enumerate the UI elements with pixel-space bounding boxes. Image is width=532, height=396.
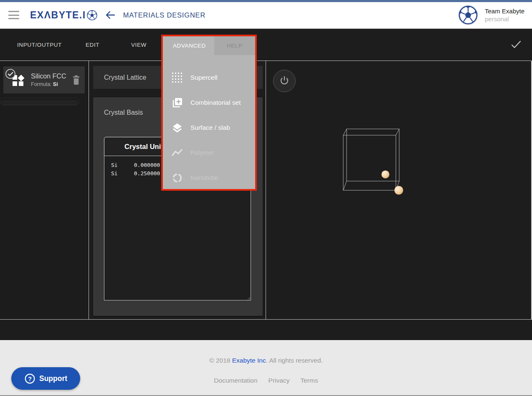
unit-cell-wireframe (266, 61, 531, 319)
page-title: MATERIALS DESIGNER (123, 11, 205, 19)
dropdown-items: Supercell Combinatorial set Surface / (163, 55, 255, 190)
company-link[interactable]: Exabyte Inc (232, 357, 266, 364)
menu-item-polymer[interactable]: Polymer (163, 140, 255, 165)
atom-si-2 (395, 186, 403, 195)
crystal-basis-title: Crystal Basis (104, 109, 143, 116)
hamburger-menu-icon[interactable] (8, 11, 19, 19)
material-list-item-silicon-fcc[interactable]: Silicon FCC Formula: Si (3, 66, 85, 93)
copyright-text: © 2018 Exabyte Inc. All rights reserved. (0, 357, 532, 364)
crystal-lattice-title: Crystal Lattice (104, 74, 146, 81)
user-role: personal (485, 15, 524, 23)
dropdown-tabs: ADVANCED HELP (163, 36, 255, 55)
page-footer: © 2018 Exabyte Inc. All rights reserved.… (0, 340, 532, 396)
material-name: Silicon FCC (31, 73, 66, 80)
help-question-icon: ? (24, 373, 35, 384)
menu-edit[interactable]: EDIT (86, 29, 99, 61)
svg-text:?: ? (28, 375, 32, 382)
menu-item-surface-slab[interactable]: Surface / slab (163, 115, 255, 140)
menu-view[interactable]: VIEW (131, 29, 147, 61)
supercell-grid-icon (171, 72, 183, 83)
footer-link-privacy[interactable]: Privacy (269, 377, 290, 384)
power-icon (278, 75, 291, 87)
material-text: Silicon FCC Formula: Si (31, 73, 66, 87)
logo-ball-icon (87, 10, 97, 20)
support-label: Support (39, 374, 67, 383)
selected-check-icon (5, 68, 16, 80)
app-header: EXΛBYTE.I MATERIALS DESIGNER Team Exabyt… (0, 2, 532, 28)
surface-slab-icon (171, 122, 183, 134)
menu-advanced[interactable]: ADVANCED (163, 36, 214, 55)
materials-sidebar: Silicon FCC Formula: Si (0, 61, 89, 319)
nanotube-icon (171, 172, 183, 184)
structure-3d-viewer[interactable] (266, 61, 531, 319)
crystal-units-label: Crystal Units (124, 143, 167, 151)
avatar (459, 5, 478, 25)
material-icon-wrap (6, 69, 28, 91)
exabyte-logo[interactable]: EXΛBYTE.I (30, 10, 97, 21)
user-name: Team Exabyte (485, 8, 524, 15)
atom-si-1 (382, 171, 390, 179)
back-arrow-icon[interactable] (105, 10, 116, 20)
menu-item-label: Nanotube (190, 174, 218, 182)
designer-menubar: INPUT/OUTPUT EDIT VIEW (0, 29, 532, 61)
main-content: Silicon FCC Formula: Si Crystal Lattice … (0, 61, 532, 320)
advanced-dropdown-menu: ADVANCED HELP Supercell (161, 35, 257, 191)
menu-item-label: Supercell (190, 74, 218, 81)
material-formula: Formula: Si (31, 81, 66, 87)
menu-help[interactable]: HELP (214, 36, 256, 55)
delete-material-icon[interactable] (72, 75, 81, 85)
menu-item-combinatorial-set[interactable]: Combinatorial set (163, 90, 255, 115)
logo-text: EXΛBYTE.I (30, 10, 86, 21)
bottom-dark-strip (0, 320, 532, 340)
confirm-check-icon[interactable] (511, 40, 521, 51)
sidebar-scrollbar[interactable] (1, 98, 79, 105)
footer-link-documentation[interactable]: Documentation (214, 377, 257, 384)
combinatorial-set-icon (171, 97, 183, 108)
footer-link-terms[interactable]: Terms (300, 377, 318, 384)
polymer-icon (171, 148, 183, 157)
viewer-power-button[interactable] (273, 70, 296, 92)
user-account-area[interactable]: Team Exabyte personal (459, 5, 524, 25)
menu-input-output[interactable]: INPUT/OUTPUT (17, 29, 62, 61)
user-names: Team Exabyte personal (485, 8, 524, 23)
menu-item-label: Surface / slab (190, 124, 230, 131)
menu-item-label: Polymer (190, 149, 214, 156)
menu-item-nanotube[interactable]: Nanotube (163, 165, 255, 190)
menu-item-label: Combinatorial set (190, 99, 241, 106)
support-button[interactable]: ? Support (11, 367, 80, 390)
menu-item-supercell[interactable]: Supercell (163, 65, 255, 90)
